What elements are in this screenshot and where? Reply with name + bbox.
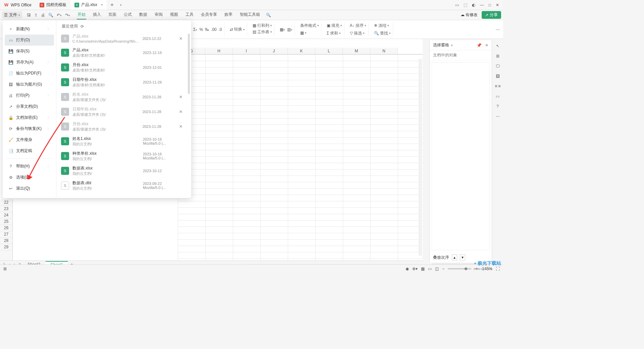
zoom-out-icon[interactable]: − <box>442 266 444 271</box>
sum-icon[interactable]: Σ▾ <box>193 27 197 32</box>
redo-icon[interactable]: ↷▾ <box>65 13 70 17</box>
file-menu-item[interactable]: 🔒文档加密(E)〉 <box>5 112 54 123</box>
recent-file-item[interactable]: S月份.xlsx桌面/新建文件夹 (3)/2023-11-28✕ <box>59 119 186 134</box>
column-header[interactable]: J <box>260 48 288 54</box>
select-icon[interactable]: ↖ <box>496 44 499 48</box>
recent-file-item[interactable]: S产品.xlsxC:/Users/admin/AppData/Roaming/W… <box>59 32 186 45</box>
undo-icon[interactable]: ↶▾ <box>57 13 62 17</box>
view-normal-icon[interactable]: ▦ <box>421 266 425 271</box>
user-icon[interactable]: ◐ <box>472 3 475 7</box>
recent-file-item[interactable]: S月份.xlsx桌面/素材/文档素材/2023-12-01 <box>59 60 186 75</box>
view-split-icon[interactable]: ◫ <box>435 266 439 271</box>
pin-icon[interactable]: 📌 <box>477 43 482 48</box>
device-icon[interactable]: ▭ <box>496 94 499 99</box>
file-menu-item[interactable]: 🖼输出为图片(G) <box>5 79 54 90</box>
cube-icon[interactable]: ⬚ <box>464 3 467 7</box>
filter-button[interactable]: ▽ 筛选▾ <box>350 31 365 36</box>
tab-wps[interactable]: W WPS Office <box>0 0 36 10</box>
file-menu-item[interactable]: ＋新建(N)〉 <box>5 23 54 35</box>
file-menu-item[interactable]: 📄输出为PDF(F) <box>5 68 54 79</box>
search-icon[interactable]: 🔍 <box>266 13 271 17</box>
tools-icon[interactable]: ✕✕ <box>494 84 501 89</box>
vertical-scrollbar[interactable] <box>419 59 422 256</box>
remove-recent-icon[interactable]: ✕ <box>179 95 184 99</box>
file-menu-button[interactable]: ☰ 文件 ▾ <box>2 11 22 18</box>
menu-tab-视图[interactable]: 视图 <box>169 10 179 19</box>
menu-tab-效率[interactable]: 效率 <box>224 10 233 19</box>
menu-tab-智能工具箱[interactable]: 智能工具箱 <box>239 10 261 19</box>
maximize-icon[interactable]: □ <box>489 3 491 7</box>
layout-icon[interactable]: ▭ <box>455 3 459 7</box>
recent-file-item[interactable]: S数据表.xlsx我的云文档/2023-10-12 <box>59 163 186 178</box>
zoom-slider[interactable] <box>448 268 471 269</box>
recent-file-item[interactable]: S数据表.dbt我的云文档/2023-09-22Mozilla/5.0 (... <box>59 178 186 193</box>
condfmt-button[interactable]: 条件格式▾ <box>300 23 319 29</box>
new-tab-button[interactable]: ＋ <box>107 1 117 8</box>
stack-up-button[interactable]: ▴ <box>452 254 457 260</box>
preview-icon[interactable]: 🔍 <box>48 13 53 17</box>
close-icon[interactable]: ✕ <box>496 3 499 7</box>
row-header[interactable]: 27 <box>0 231 12 238</box>
group-icon[interactable]: ⊞ <box>496 54 499 58</box>
close-icon[interactable]: ✕ <box>485 43 488 48</box>
refresh-icon[interactable]: ⟳ <box>80 24 84 29</box>
file-menu-item[interactable]: 💾另存为(A)〉 <box>5 57 54 68</box>
file-menu-item[interactable]: ↗分享文档(D) <box>5 101 54 112</box>
tab-list-dropdown[interactable]: ▾ <box>117 3 124 7</box>
file-menu-item[interactable]: ?帮助(H)〉 <box>5 161 54 172</box>
view-page-icon[interactable]: ▭ <box>428 266 432 271</box>
menu-tab-工具[interactable]: 工具 <box>185 10 194 19</box>
file-menu-item[interactable]: ⟳备份与恢复(K)〉 <box>5 123 54 134</box>
file-menu-item[interactable]: 💾保存(S) <box>5 46 54 57</box>
image-icon[interactable]: 🖼 <box>496 74 500 79</box>
menu-tab-开始[interactable]: 开始 <box>77 10 86 19</box>
row-header[interactable]: 28 <box>0 238 12 244</box>
cloud-status[interactable]: ☁ 有修改 <box>461 12 478 18</box>
recent-file-item[interactable]: S产品.xlsx桌面/素材/文档素材/2023-12-18 <box>59 45 186 60</box>
file-menu-item[interactable]: 🧹文件瘦身 <box>5 134 54 145</box>
sort-button[interactable]: A↓ 排序▾ <box>350 23 366 29</box>
row-header[interactable]: 29 <box>0 244 12 250</box>
column-header[interactable]: N <box>370 48 398 54</box>
chevron-down-icon[interactable]: ▾ <box>451 44 453 47</box>
worksheet-button[interactable]: ▤ 工作表▾ <box>253 29 272 35</box>
rowcol-button[interactable]: ▦ 行和列▾ <box>253 23 272 29</box>
file-menu-item[interactable]: 📑文档定稿 <box>5 145 54 156</box>
row-header[interactable]: 26 <box>0 225 12 231</box>
help-icon[interactable]: ? <box>496 104 499 109</box>
menu-tab-会员专享[interactable]: 会员专享 <box>200 10 218 19</box>
print-icon[interactable]: 🖨 <box>41 13 45 17</box>
recent-file-item[interactable]: S部门.xlsx我的云文档/2023-09-19 <box>59 193 186 195</box>
grid[interactable] <box>178 54 423 262</box>
remove-recent-icon[interactable]: ✕ <box>179 124 184 129</box>
more-icon[interactable]: ⋯ <box>496 114 500 119</box>
recent-file-item[interactable]: S姓名.xlsx桌面/新建文件夹 (3)/2023-11-28✕ <box>59 90 186 104</box>
recent-file-item[interactable]: S日期年份.xlsx桌面/素材/文档素材/2023-11-28 <box>59 75 186 90</box>
menu-tab-审阅[interactable]: 审阅 <box>154 10 163 19</box>
file-menu-item[interactable]: ⚙选项(L) <box>5 172 54 183</box>
recent-file-item[interactable]: S日期年份.xlsx桌面/新建文件夹 (3)/2023-11-28✕ <box>59 104 186 119</box>
target-icon[interactable]: ⊕▾ <box>412 266 418 271</box>
row-header[interactable]: 22 <box>0 199 12 206</box>
row-header[interactable]: 23 <box>0 206 12 212</box>
convert-button[interactable]: ⇄ 转换▾ <box>230 27 245 32</box>
export-icon[interactable]: ⇪ <box>34 13 38 17</box>
fill-button[interactable]: ▣ 填充▾ <box>327 23 342 29</box>
recent-file-item[interactable]: S姓名1.xlsx我的云文档/2023-10-16Mozilla/5.0 (..… <box>59 134 186 149</box>
merge-icon[interactable]: ▦▾ <box>280 27 285 32</box>
row-header[interactable]: 25 <box>0 218 12 225</box>
minimize-icon[interactable]: — <box>480 3 484 7</box>
remove-recent-icon[interactable]: ✕ <box>179 36 184 41</box>
status-icon[interactable]: ⊞ <box>3 266 7 271</box>
menu-tab-插入[interactable]: 插入 <box>92 10 102 19</box>
file-menu-item[interactable]: 🖨打印(P)〉 <box>5 90 54 101</box>
screen-icon[interactable]: 🖵 <box>496 64 500 68</box>
file-menu-item[interactable]: ▭打开(O) <box>5 35 54 46</box>
column-header[interactable]: I <box>233 48 260 54</box>
tab-spreadsheet[interactable]: S 产品.xlsx • <box>70 0 107 10</box>
file-menu-item[interactable]: ↩退出(Q) <box>5 183 54 194</box>
column-header[interactable]: M <box>343 48 370 54</box>
table-icon[interactable]: ▦▾ <box>300 31 307 35</box>
split-icon[interactable]: ▥▾ <box>287 27 292 32</box>
column-header[interactable]: H <box>205 48 233 54</box>
